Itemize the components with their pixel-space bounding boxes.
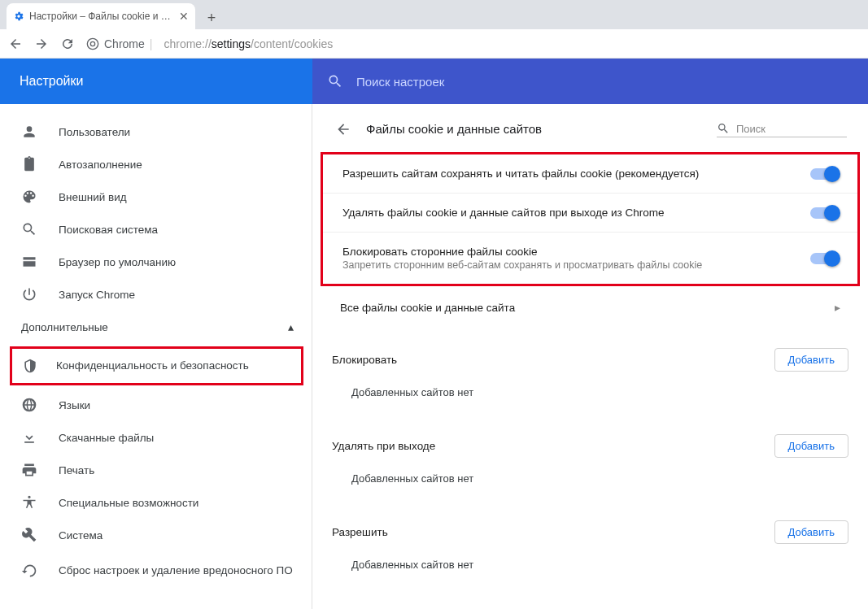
search-icon <box>327 73 343 89</box>
close-icon[interactable]: ✕ <box>179 10 189 23</box>
sidebar-item-appearance[interactable]: Внешний вид <box>0 181 312 213</box>
browser-icon <box>21 254 37 270</box>
user-icon <box>21 124 37 140</box>
search-icon <box>717 122 730 135</box>
sidebar-item-reset[interactable]: Сброс настроек и удаление вредоносного П… <box>0 551 312 590</box>
clear-on-exit-row: Удалять файлы cookie и данные сайтов при… <box>323 193 857 232</box>
print-icon <box>21 462 37 478</box>
block-3rdparty-toggle[interactable] <box>810 253 838 264</box>
search-icon <box>21 221 37 237</box>
settings-search[interactable] <box>312 59 868 104</box>
clear-section: Удалять при выходе Добавить <box>312 415 868 464</box>
all-site-data-link[interactable]: Все файлы cookie и данные сайта ▸ <box>321 286 860 328</box>
clear-on-exit-toggle[interactable] <box>810 207 838 219</box>
sidebar-item-downloads[interactable]: Скачанные файлы <box>0 421 312 454</box>
add-clear-button[interactable]: Добавить <box>774 434 848 458</box>
back-arrow-icon[interactable] <box>335 121 351 137</box>
sidebar-item-default-browser[interactable]: Браузер по умолчанию <box>0 246 312 278</box>
allow-section: Разрешить Добавить <box>312 501 868 550</box>
browser-tabstrip: Настройки – Файлы cookie и данны ✕ + <box>0 0 868 29</box>
download-icon <box>21 429 37 446</box>
gear-icon <box>13 11 24 22</box>
tab-title: Настройки – Файлы cookie и данны <box>29 11 174 22</box>
page-search-input[interactable] <box>736 123 834 135</box>
back-icon[interactable] <box>8 37 23 51</box>
sidebar-item-languages[interactable]: Языки <box>0 389 312 421</box>
add-allow-button[interactable]: Добавить <box>774 520 848 544</box>
accessibility-icon <box>21 494 37 511</box>
chevron-right-icon: ▸ <box>835 301 840 314</box>
svg-point-0 <box>87 38 98 49</box>
browser-tab[interactable]: Настройки – Файлы cookie и данны ✕ <box>7 3 195 29</box>
sidebar-item-startup[interactable]: Запуск Chrome <box>0 278 312 311</box>
new-tab-button[interactable]: + <box>200 7 223 29</box>
sidebar-item-autofill[interactable]: Автозаполнение <box>0 148 312 181</box>
sidebar-item-system[interactable]: Система <box>0 519 312 551</box>
sidebar-item-accessibility[interactable]: Специальные возможности <box>0 486 312 519</box>
sidebar-item-users[interactable]: Пользователи <box>0 115 312 148</box>
cookie-toggle-group: Разрешить сайтам сохранять и читать файл… <box>321 152 860 286</box>
block-empty: Добавленных сайтов нет <box>312 378 868 415</box>
add-blocked-button[interactable]: Добавить <box>774 348 848 372</box>
allow-cookies-row: Разрешить сайтам сохранять и читать файл… <box>323 154 857 193</box>
settings-search-input[interactable] <box>356 75 763 89</box>
sidebar-item-privacy[interactable]: Конфиденциальность и безопасность <box>10 346 303 385</box>
block-3rdparty-row: Блокировать сторонние файлы cookie Запре… <box>323 232 857 284</box>
settings-header: Настройки <box>0 59 868 104</box>
wrench-icon <box>21 527 37 543</box>
clear-empty: Добавленных сайтов нет <box>312 464 868 501</box>
palette-icon <box>21 189 37 205</box>
allow-cookies-toggle[interactable] <box>810 168 838 180</box>
allow-empty: Добавленных сайтов нет <box>312 550 868 587</box>
page-search[interactable] <box>717 120 847 137</box>
site-chip[interactable]: Chrome| <box>86 37 152 50</box>
browser-toolbar: Chrome| chrome://settings/content/cookie… <box>0 29 868 59</box>
block-section: Блокировать Добавить <box>312 328 868 378</box>
restore-icon <box>21 563 37 579</box>
page-title: Файлы cookie и данные сайтов <box>366 122 702 136</box>
address-url[interactable]: chrome://settings/content/cookies <box>164 37 333 50</box>
settings-title: Настройки <box>0 74 312 89</box>
settings-sidebar: Пользователи Автозаполнение Внешний вид … <box>0 59 312 609</box>
chrome-icon <box>86 37 99 50</box>
svg-point-1 <box>90 41 94 46</box>
sidebar-advanced-toggle[interactable]: Дополнительные ▴ <box>0 311 312 343</box>
globe-icon <box>21 397 37 413</box>
clipboard-icon <box>21 156 37 172</box>
sidebar-item-search-engine[interactable]: Поисковая система <box>0 213 312 246</box>
forward-icon[interactable] <box>34 37 49 51</box>
shield-icon <box>22 358 38 374</box>
sidebar-item-print[interactable]: Печать <box>0 454 312 486</box>
chevron-up-icon: ▴ <box>288 320 294 333</box>
reload-icon[interactable] <box>60 37 75 51</box>
settings-content: Файлы cookie и данные сайтов Разрешить с… <box>312 59 868 609</box>
power-icon <box>21 286 37 302</box>
